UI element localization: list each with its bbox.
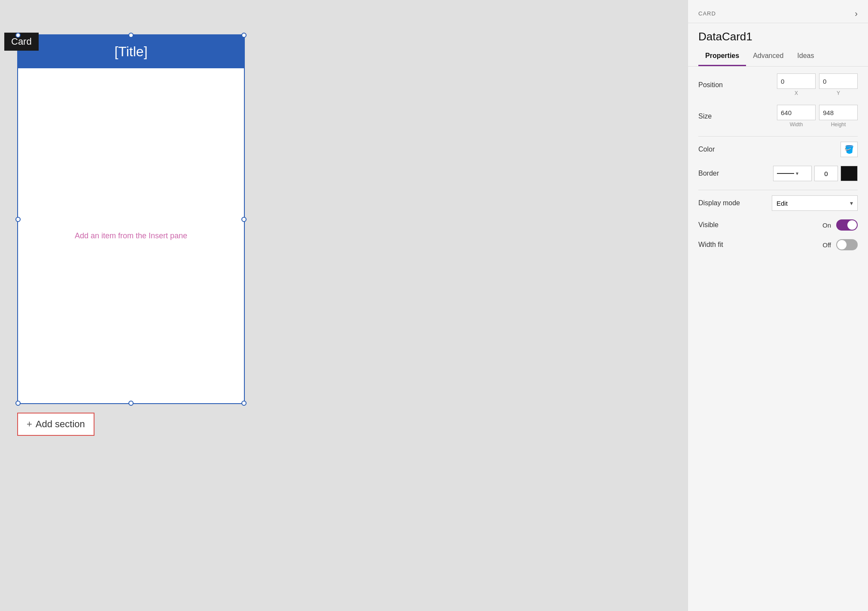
position-y-label: Y xyxy=(837,90,840,96)
panel-close-button[interactable]: › xyxy=(855,9,858,18)
visible-row: Visible On xyxy=(698,219,858,231)
border-color-swatch[interactable] xyxy=(841,166,858,181)
position-x-group: X xyxy=(777,73,816,96)
display-mode-row: Display mode Edit ▾ xyxy=(698,195,858,211)
size-height-input[interactable] xyxy=(819,105,858,120)
size-width-group: Width xyxy=(777,105,816,128)
position-y-input[interactable] xyxy=(819,73,858,89)
display-mode-select[interactable]: Edit ▾ xyxy=(772,195,858,211)
border-width-input[interactable] xyxy=(814,166,838,181)
card-header: [Title] xyxy=(18,35,244,68)
position-x-input[interactable] xyxy=(777,73,816,89)
tab-advanced-label: Advanced xyxy=(753,52,783,59)
border-label: Border xyxy=(698,170,733,177)
visible-toggle-label: On xyxy=(822,222,831,229)
handle-mid-left[interactable] xyxy=(15,217,21,222)
tab-properties-label: Properties xyxy=(705,52,739,59)
add-section-label: Add section xyxy=(36,419,85,430)
size-label: Size xyxy=(698,112,733,120)
color-label: Color xyxy=(698,146,733,153)
handle-top-right[interactable] xyxy=(241,33,247,38)
paint-bucket-icon: 🪣 xyxy=(844,145,854,154)
panel-section-label: CARD xyxy=(698,10,716,17)
close-chevron-icon: › xyxy=(855,9,858,18)
card-container[interactable]: [Title] Add an item from the Insert pane… xyxy=(17,34,245,436)
display-mode-label: Display mode xyxy=(698,199,740,207)
size-height-group: Height xyxy=(819,105,858,128)
display-mode-value: Edit xyxy=(777,200,788,207)
border-style-select[interactable]: ▾ xyxy=(773,166,812,181)
color-row: Color 🪣 xyxy=(698,142,858,157)
visible-toggle-knob xyxy=(847,220,857,230)
border-chevron-icon: ▾ xyxy=(796,170,798,176)
visible-toggle-row: On xyxy=(822,219,858,231)
handle-bottom-left[interactable] xyxy=(15,401,21,406)
divider-1 xyxy=(698,136,858,137)
width-fit-toggle-row: Off xyxy=(822,239,858,250)
card-tooltip: Card xyxy=(4,33,39,51)
canvas-area: Card [Title] Add an item from the Insert… xyxy=(0,0,688,611)
width-fit-label: Width fit xyxy=(698,241,733,249)
size-width-input[interactable] xyxy=(777,105,816,120)
width-fit-row: Width fit Off xyxy=(698,239,858,250)
add-section-button[interactable]: + Add section xyxy=(17,413,94,436)
display-mode-chevron-icon: ▾ xyxy=(850,200,853,207)
position-y-group: Y xyxy=(819,73,858,96)
card-placeholder: Add an item from the Insert pane xyxy=(75,231,187,240)
panel-content: Position X Y Size Width xyxy=(688,67,868,611)
border-row: Border ▾ xyxy=(698,166,858,181)
handle-bottom-center[interactable] xyxy=(128,401,134,406)
visible-label: Visible xyxy=(698,221,733,229)
handle-top-center[interactable] xyxy=(128,33,134,38)
handle-mid-right[interactable] xyxy=(241,217,247,222)
size-row: Size Width Height xyxy=(698,105,858,128)
tab-properties[interactable]: Properties xyxy=(698,47,746,66)
size-height-label: Height xyxy=(831,122,846,128)
divider-2 xyxy=(698,190,858,190)
plus-icon: + xyxy=(27,419,32,430)
tab-advanced[interactable]: Advanced xyxy=(746,47,790,66)
card-body: Add an item from the Insert pane xyxy=(18,68,244,403)
handle-bottom-right[interactable] xyxy=(241,401,247,406)
properties-panel: CARD › DataCard1 Properties Advanced Ide… xyxy=(688,0,868,611)
width-fit-toggle-label: Off xyxy=(822,241,831,249)
size-inputs: Width Height xyxy=(777,105,858,128)
card-frame: [Title] Add an item from the Insert pane xyxy=(17,34,245,404)
border-inputs: ▾ xyxy=(773,166,858,181)
tab-ideas-label: Ideas xyxy=(797,52,814,59)
position-x-label: X xyxy=(795,90,798,96)
panel-header: CARD › xyxy=(688,0,868,23)
size-width-label: Width xyxy=(790,122,803,128)
border-line-preview xyxy=(777,173,794,174)
tab-ideas[interactable]: Ideas xyxy=(790,47,821,66)
card-tooltip-label: Card xyxy=(11,36,32,47)
position-row: Position X Y xyxy=(698,73,858,96)
color-swatch[interactable]: 🪣 xyxy=(841,142,858,157)
position-label: Position xyxy=(698,81,733,89)
position-inputs: X Y xyxy=(777,73,858,96)
width-fit-toggle-knob xyxy=(837,240,847,249)
width-fit-toggle[interactable] xyxy=(836,239,858,250)
card-title-text: [Title] xyxy=(114,44,147,59)
panel-tabs: Properties Advanced Ideas xyxy=(688,47,868,67)
visible-toggle[interactable] xyxy=(836,219,858,231)
panel-title: DataCard1 xyxy=(688,23,868,43)
handle-top-left[interactable] xyxy=(15,33,21,38)
